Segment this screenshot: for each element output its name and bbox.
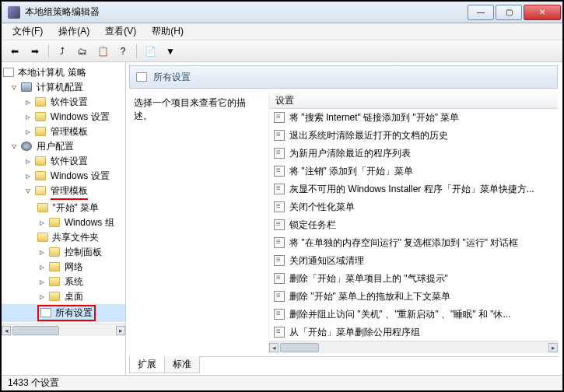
tree-control[interactable]: ▹ 控制面板 — [2, 245, 125, 260]
menu-action[interactable]: 操作(A) — [51, 23, 97, 40]
list-item[interactable]: 将 "注销" 添加到「开始」菜单 — [269, 163, 558, 180]
scroll-right-icon[interactable]: ▸ — [548, 343, 558, 352]
export-list-button[interactable]: 📋 — [94, 43, 111, 60]
tree-all-settings[interactable]: 所有设置 — [2, 304, 125, 322]
column-header-settings[interactable]: 设置 — [269, 92, 558, 109]
tree-c-admin[interactable]: ▹ 管理模板 — [2, 124, 125, 139]
tree-pane[interactable]: 本地计算机 策略 ▿ 计算机配置 ▹ 软件设置 ▹ Windows 设置 — [2, 62, 126, 375]
policy-item-icon — [274, 309, 285, 320]
collapse-icon[interactable]: ▿ — [9, 141, 19, 152]
back-button[interactable]: ⬅ — [6, 43, 23, 60]
filter-button[interactable]: ▼ — [162, 43, 179, 60]
list-item-label: 为新用户清除最近的程序列表 — [289, 148, 411, 159]
folder-icon — [49, 277, 60, 286]
tree-computer-config[interactable]: ▿ 计算机配置 — [2, 80, 125, 95]
folder-icon — [35, 171, 46, 180]
show-hide-tree-button[interactable]: 🗂 — [74, 43, 91, 60]
policy-item-icon — [274, 201, 285, 212]
computer-icon — [21, 82, 32, 92]
tree-c-windows[interactable]: ▹ Windows 设置 — [2, 110, 125, 124]
tree-root-node[interactable]: 本地计算机 策略 — [2, 65, 125, 80]
scroll-right-icon[interactable]: ▸ — [116, 326, 125, 335]
tab-extended[interactable]: 扩展 — [129, 356, 165, 373]
tree-u-windows[interactable]: ▹ Windows 设置 — [2, 169, 125, 184]
tree-user-config[interactable]: ▿ 用户配置 — [2, 139, 125, 154]
list-item[interactable]: 退出系统时清除最近打开的文档的历史 — [269, 127, 558, 145]
list-item[interactable]: 关闭个性化菜单 — [269, 198, 558, 216]
user-icon — [21, 142, 32, 151]
up-button[interactable]: ⤴ — [54, 43, 71, 60]
list-item-label: 灰显不可用的 Windows Installer 程序「开始」菜单快捷方... — [289, 184, 534, 194]
maximize-button[interactable]: ▢ — [496, 5, 522, 20]
close-button[interactable]: ✕ — [524, 5, 561, 20]
expand-icon[interactable]: ▹ — [23, 156, 33, 166]
list-item-label: 关闭通知区域清理 — [289, 255, 364, 266]
list-item-label: 从「开始」菜单删除公用程序组 — [289, 327, 420, 338]
list-item[interactable]: 关闭通知区域清理 — [269, 252, 558, 270]
tree-u-admin[interactable]: ▿ 管理模板 — [2, 184, 125, 201]
tab-standard[interactable]: 标准 — [164, 356, 200, 373]
list-item-label: 退出系统时清除最近打开的文档的历史 — [289, 130, 448, 141]
list-item[interactable]: 灰显不可用的 Windows Installer 程序「开始」菜单快捷方... — [269, 180, 558, 198]
tree-u-software[interactable]: ▹ 软件设置 — [2, 154, 125, 169]
status-count: 1433 个设置 — [8, 376, 59, 390]
policy-item-icon — [274, 237, 285, 248]
tree-c-software[interactable]: ▹ 软件设置 — [2, 95, 125, 110]
help-button[interactable]: ? — [114, 43, 131, 60]
list-h-scrollbar[interactable]: ◂ ▸ — [269, 341, 558, 353]
scroll-left-icon[interactable]: ◂ — [269, 343, 278, 352]
tree-label: 控制面板 — [65, 247, 102, 257]
list-item[interactable]: 删除 "开始" 菜单上的拖放和上下文菜单 — [269, 288, 558, 306]
tree-shared[interactable]: 共享文件夹 — [2, 230, 125, 245]
policy-item-icon — [274, 166, 285, 177]
list-item[interactable]: 锁定任务栏 — [269, 216, 558, 234]
list-item-label: 删除并阻止访问 "关机" 、"重新启动" 、"睡眠" 和 "休... — [289, 309, 511, 320]
expand-icon[interactable]: ▹ — [37, 276, 47, 287]
tree-desktop[interactable]: ▹ 桌面 — [2, 289, 125, 304]
list-item-label: 锁定任务栏 — [289, 219, 336, 230]
tree-system[interactable]: ▹ 系统 — [2, 275, 125, 289]
forward-button[interactable]: ➡ — [26, 43, 44, 60]
list-item[interactable]: 为新用户清除最近的程序列表 — [269, 145, 558, 163]
collapse-icon[interactable]: ▿ — [23, 185, 33, 196]
policy-item-icon — [274, 291, 285, 302]
list-item[interactable]: 删除并阻止访问 "关机" 、"重新启动" 、"睡眠" 和 "休... — [269, 306, 558, 324]
expand-icon[interactable]: ▹ — [23, 126, 33, 137]
tree-label: 系统 — [65, 276, 83, 287]
expand-icon[interactable]: ▹ — [23, 170, 33, 181]
tree-h-scrollbar[interactable]: ◂ ▸ — [2, 324, 125, 336]
tree-label: 软件设置 — [51, 96, 88, 107]
list-item[interactable]: 删除「开始」菜单项目上的 "气球提示" — [269, 270, 558, 288]
minimize-button[interactable]: — — [468, 5, 494, 20]
folder-icon — [49, 247, 60, 257]
expand-icon[interactable]: ▹ — [37, 291, 47, 302]
scroll-thumb[interactable] — [280, 343, 319, 352]
tree-root-label: 本地计算机 策略 — [18, 67, 86, 78]
expand-icon[interactable]: ▹ — [37, 247, 47, 257]
tree-label: 桌面 — [65, 291, 83, 302]
expand-icon[interactable]: ▹ — [37, 217, 47, 228]
collapse-icon[interactable]: ▿ — [9, 82, 19, 93]
app-icon — [8, 6, 20, 19]
tree-label: 用户配置 — [37, 141, 74, 152]
expand-icon[interactable]: ▹ — [37, 261, 47, 272]
tree-wincomp[interactable]: ▹ Windows 组 — [2, 215, 125, 230]
policy-item-icon — [274, 255, 285, 266]
expand-icon[interactable]: ▹ — [23, 111, 33, 122]
menu-help[interactable]: 帮助(H) — [144, 23, 191, 40]
expand-icon[interactable]: ▹ — [23, 96, 33, 107]
tree-label: 所有设置 — [55, 307, 93, 318]
menu-file[interactable]: 文件(F) — [5, 23, 51, 40]
menu-view[interactable]: 查看(V) — [97, 23, 144, 40]
properties-button[interactable]: 📄 — [142, 43, 159, 60]
scroll-left-icon[interactable]: ◂ — [2, 326, 11, 335]
tree-network[interactable]: ▹ 网络 — [2, 260, 125, 275]
list-item[interactable]: 将 "搜索 Internet" 链接添加到 "开始" 菜单 — [269, 109, 558, 127]
window-title: 本地组策略编辑器 — [25, 5, 466, 19]
scroll-thumb[interactable] — [12, 326, 59, 335]
list-item[interactable]: 将 "在单独的内存空间运行" 复选框添加到 "运行" 对话框 — [269, 234, 558, 252]
settings-list[interactable]: 将 "搜索 Internet" 链接添加到 "开始" 菜单退出系统时清除最近打开… — [269, 109, 558, 339]
list-item[interactable]: 从「开始」菜单删除公用程序组 — [269, 324, 558, 339]
tree-startmenu[interactable]: "开始" 菜单 — [2, 201, 125, 215]
settings-icon — [40, 308, 51, 317]
